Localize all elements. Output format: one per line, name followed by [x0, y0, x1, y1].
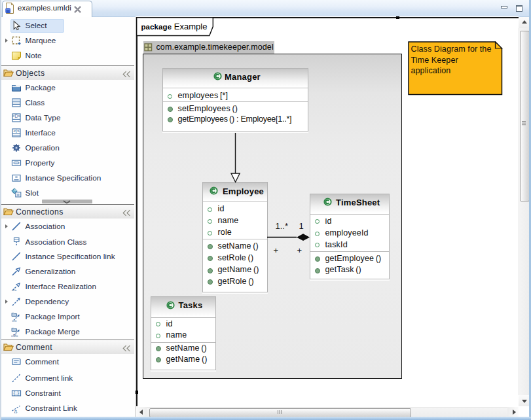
svg-text:{..}: {..} [14, 391, 20, 396]
svg-text:«M»: «M» [11, 333, 18, 336]
svg-text:{}: {} [14, 409, 18, 413]
svg-text:«I»: «I» [12, 288, 17, 292]
svg-text:«D»: «D» [12, 114, 21, 118]
svg-text:«I»: «I» [12, 318, 17, 321]
svg-text:«I»: «I» [13, 128, 20, 133]
